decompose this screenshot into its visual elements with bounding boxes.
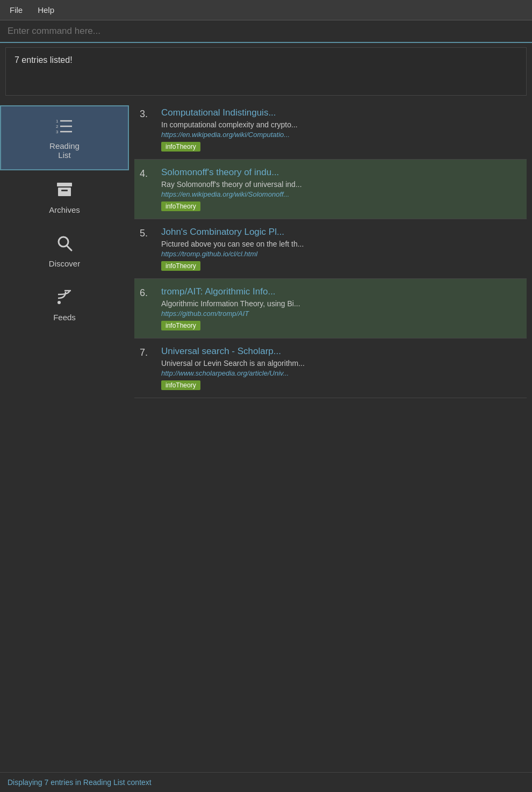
entry-description: Algorithmic Information Theory, using Bi… bbox=[161, 299, 521, 308]
sidebar-label-archives: Archives bbox=[49, 205, 80, 214]
menu-file[interactable]: File bbox=[6, 3, 26, 17]
footer-text: Displaying 7 entries in Reading List con… bbox=[8, 778, 152, 787]
sidebar-item-reading-list[interactable]: 1 2 3 ReadingList bbox=[0, 105, 129, 170]
sidebar-item-feeds[interactable]: Feeds bbox=[0, 278, 129, 332]
content-area: 3. Computational Indistinguis... In comp… bbox=[129, 100, 532, 772]
svg-text:2: 2 bbox=[56, 124, 59, 129]
entry-description: In computational complexity and crypto..… bbox=[161, 120, 521, 129]
table-row[interactable]: 7. Universal search - Scholarp... Univer… bbox=[134, 339, 527, 398]
svg-text:3: 3 bbox=[56, 129, 59, 134]
command-bar bbox=[0, 20, 532, 43]
entry-content: Universal search - Scholarp... Universal… bbox=[161, 346, 521, 390]
table-row[interactable]: 3. Computational Indistinguis... In comp… bbox=[134, 100, 527, 160]
table-row[interactable]: 4. Solomonoff's theory of indu... Ray So… bbox=[134, 160, 527, 219]
svg-rect-7 bbox=[58, 188, 71, 196]
entry-description: Pictured above you can see on the left t… bbox=[161, 240, 521, 248]
sidebar: 1 2 3 ReadingList Archives bbox=[0, 100, 129, 772]
entry-url[interactable]: https://en.wikipedia.org/wiki/Solomonoff… bbox=[161, 190, 521, 198]
entry-number: 6. bbox=[140, 286, 156, 299]
entry-content: John's Combinatory Logic Pl... Pictured … bbox=[161, 227, 521, 271]
entry-content: Solomonoff's theory of indu... Ray Solom… bbox=[161, 167, 521, 211]
entry-title: Solomonoff's theory of indu... bbox=[161, 167, 521, 178]
rss-icon bbox=[55, 287, 74, 309]
entry-tag[interactable]: infoTheory bbox=[161, 321, 200, 330]
entry-number: 7. bbox=[140, 346, 156, 358]
entry-tag[interactable]: infoTheory bbox=[161, 201, 200, 211]
entry-url[interactable]: https://en.wikipedia.org/wiki/Computatio… bbox=[161, 131, 521, 139]
entry-title: Universal search - Scholarp... bbox=[161, 346, 521, 357]
entry-title: tromp/AIT: Algorithmic Info... bbox=[161, 286, 521, 297]
sidebar-item-discover[interactable]: Discover bbox=[0, 224, 129, 278]
entry-number: 3. bbox=[140, 107, 156, 120]
svg-rect-8 bbox=[61, 190, 68, 191]
archive-icon bbox=[55, 180, 74, 202]
entry-title: John's Combinatory Logic Pl... bbox=[161, 227, 521, 237]
footer: Displaying 7 entries in Reading List con… bbox=[0, 772, 532, 792]
entry-tag[interactable]: infoTheory bbox=[161, 380, 200, 390]
menu-bar: File Help bbox=[0, 0, 532, 20]
svg-rect-6 bbox=[57, 183, 72, 186]
entry-content: Computational Indistinguis... In computa… bbox=[161, 107, 521, 152]
entry-description: Universal or Levin Search is an algorith… bbox=[161, 359, 521, 368]
entry-title: Computational Indistinguis... bbox=[161, 107, 521, 118]
table-row[interactable]: 5. John's Combinatory Logic Pl... Pictur… bbox=[134, 219, 527, 279]
entry-description: Ray Solomonoff's theory of universal ind… bbox=[161, 180, 521, 189]
svg-line-10 bbox=[67, 246, 71, 250]
menu-help[interactable]: Help bbox=[34, 3, 57, 17]
table-row[interactable]: 6. tromp/AIT: Algorithmic Info... Algori… bbox=[134, 279, 527, 339]
sidebar-item-archives[interactable]: Archives bbox=[0, 170, 129, 224]
list-numbered-icon: 1 2 3 bbox=[55, 116, 74, 138]
status-text: 7 entries listed! bbox=[15, 55, 73, 64]
entry-number: 4. bbox=[140, 167, 156, 179]
search-icon bbox=[55, 234, 74, 256]
entry-number: 5. bbox=[140, 227, 156, 239]
entry-tag[interactable]: infoTheory bbox=[161, 261, 200, 271]
command-input[interactable] bbox=[8, 26, 524, 37]
main-layout: 1 2 3 ReadingList Archives bbox=[0, 100, 532, 772]
entry-url[interactable]: http://www.scholarpedia.org/article/Univ… bbox=[161, 369, 521, 377]
entry-content: tromp/AIT: Algorithmic Info... Algorithm… bbox=[161, 286, 521, 330]
entry-url[interactable]: https://tromp.github.io/cl/cl.html bbox=[161, 250, 521, 258]
sidebar-label-discover: Discover bbox=[49, 259, 80, 268]
status-area: 7 entries listed! bbox=[5, 47, 527, 96]
svg-text:1: 1 bbox=[56, 119, 59, 124]
entry-tag[interactable]: infoTheory bbox=[161, 142, 200, 152]
svg-point-11 bbox=[57, 301, 61, 304]
sidebar-label-feeds: Feeds bbox=[53, 313, 76, 322]
sidebar-label-reading-list: ReadingList bbox=[49, 141, 80, 160]
entry-url[interactable]: https://github.com/tromp/AIT bbox=[161, 309, 521, 318]
